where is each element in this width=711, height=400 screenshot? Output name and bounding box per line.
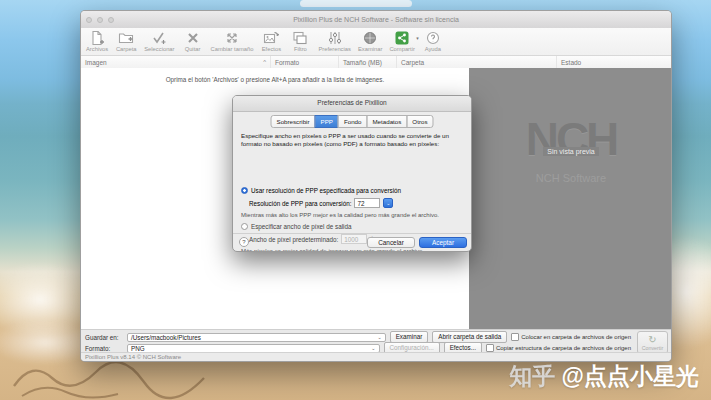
dpi-field-row: Resolución de PPP para conversión: 72 ⌄	[249, 198, 393, 208]
toolbar-button-examinar[interactable]: Examinar	[356, 30, 384, 52]
dpi-combo-button[interactable]: ⌄	[383, 198, 393, 208]
watermark-handle: @点点小星光	[562, 363, 699, 389]
toolbar-label: Preferencias	[318, 46, 351, 52]
watermark-brand: 知乎	[509, 363, 555, 389]
column-label: Carpeta	[401, 59, 424, 66]
toolbar-button-archivos[interactable]: Archivos	[84, 30, 110, 52]
filter-icon	[292, 30, 308, 46]
dpi-field-label: Resolución de PPP para conversión:	[249, 200, 351, 207]
toolbar-label: Examinar	[358, 46, 382, 52]
toolbar: Archivos Carpeta Seleccionar Quitar Camb…	[81, 28, 671, 56]
dialog-tabs: Sobrescribir PPP Fondo Metadatos Otros	[271, 115, 434, 128]
column-header-estado[interactable]: Estado	[557, 56, 671, 68]
toolbar-button-preferencias[interactable]: Preferencias	[316, 30, 353, 52]
save-in-label: Guardar en:	[85, 334, 123, 341]
use-dpi-radio-label: Usar resolución de PPP especificada para…	[251, 187, 401, 194]
toolbar-button-efectos[interactable]: Efectos	[258, 30, 284, 52]
column-header-tamano[interactable]: Tamaño (MB)	[339, 56, 397, 68]
same-folder-checkbox-row[interactable]: Colocar en carpeta de archivos de origen	[511, 333, 631, 341]
cloud	[300, 0, 412, 7]
preferences-dialog: Preferencias de Pixillion Sobrescribir P…	[232, 95, 472, 252]
pixel-width-radio-label: Especificar ancho de píxel de salida	[251, 223, 351, 230]
tab-ppp[interactable]: PPP	[315, 115, 339, 128]
column-label: Tamaño (MB)	[343, 59, 382, 66]
toolbar-button-ayuda[interactable]: Ayuda	[420, 30, 446, 52]
convert-button[interactable]: ↻ Convertir	[637, 331, 668, 354]
same-folder-checkbox[interactable]	[511, 333, 519, 341]
toolbar-label: Ayuda	[425, 46, 441, 52]
toolbar-label: Cambiar tamaño	[211, 46, 254, 52]
remove-icon	[185, 30, 201, 46]
toolbar-button-compartir[interactable]: ▾ Compartir	[387, 30, 416, 52]
select-icon	[151, 30, 167, 46]
format-value: PNG	[131, 345, 145, 352]
dialog-titlebar[interactable]: Preferencias de Pixillion	[233, 96, 471, 112]
copy-structure-checkbox[interactable]	[486, 344, 494, 352]
column-header-formato[interactable]: Formato	[271, 56, 339, 68]
toolbar-label: Archivos	[86, 46, 108, 52]
help-icon	[425, 30, 441, 46]
window-title: Pixillion Plus de NCH Software - Softwar…	[81, 16, 671, 23]
chevron-down-icon: ⌄	[371, 345, 375, 351]
accept-button[interactable]: Aceptar	[419, 237, 467, 248]
preferences-icon	[327, 30, 343, 46]
column-header-carpeta[interactable]: Carpeta	[397, 56, 557, 68]
cancel-button[interactable]: Cancelar	[367, 237, 415, 248]
toolbar-button-carpeta[interactable]: Carpeta	[113, 30, 139, 52]
share-icon	[394, 30, 410, 46]
save-path-combobox[interactable]: /Users/macbook/Pictures ⌄	[127, 333, 386, 342]
dpi-value-field[interactable]: 72	[354, 198, 380, 208]
toolbar-button-cambiar-tamano[interactable]: Cambiar tamaño	[209, 30, 256, 52]
toolbar-button-seleccionar[interactable]: Seleccionar	[142, 30, 176, 52]
toolbar-label: Quitar	[185, 46, 201, 52]
watermark: 知乎 @点点小星光	[509, 361, 699, 392]
no-preview-label: Sin vista previa	[469, 140, 672, 158]
toolbar-label: Carpeta	[116, 46, 137, 52]
browse-icon	[362, 30, 378, 46]
nch-software-caption: NCH Software	[469, 172, 672, 184]
chevron-down-icon: ⌄	[377, 334, 381, 340]
same-folder-checkbox-label: Colocar en carpeta de archivos de origen	[521, 334, 631, 340]
toolbar-button-filtro[interactable]: Filtro	[287, 30, 313, 52]
add-file-icon	[89, 30, 105, 46]
format-label: Formato:	[85, 345, 123, 352]
effects-icon	[263, 30, 279, 46]
convert-button-label: Convertir	[642, 345, 664, 351]
column-label: Estado	[561, 59, 581, 66]
dpi-help-text: Mientras más alto los PPP mejor es la ca…	[241, 212, 439, 218]
status-bar: Pixillion Plus v8.14 © NCH Software	[81, 352, 671, 361]
save-path-value: /Users/macbook/Pictures	[131, 334, 201, 341]
pixel-width-radio[interactable]	[241, 223, 248, 230]
use-dpi-radio-row[interactable]: Usar resolución de PPP especificada para…	[241, 187, 401, 194]
desktop: Pixillion Plus de NCH Software - Softwar…	[0, 0, 711, 400]
toolbar-label: Seleccionar	[144, 46, 174, 52]
convert-arrows-icon: ↻	[648, 335, 656, 345]
use-dpi-radio[interactable]	[241, 187, 248, 194]
window-titlebar[interactable]: Pixillion Plus de NCH Software - Softwar…	[81, 11, 671, 29]
dialog-body: Especifique ancho en píxeles o PPP a ser…	[241, 132, 463, 149]
dialog-title: Preferencias de Pixillion	[233, 99, 471, 106]
preview-pane: NCH Sin vista previa NCH Software	[469, 68, 672, 329]
empty-list-message: Oprima el botón 'Archivos' o presione Al…	[81, 76, 469, 83]
column-label: Imagen	[85, 59, 107, 66]
column-header-imagen[interactable]: Imagen ^	[81, 56, 271, 68]
column-label: Formato	[275, 59, 299, 66]
toolbar-label: Filtro	[294, 46, 307, 52]
copy-structure-checkbox-label: Copiar estructura de carpeta de archivos…	[496, 345, 631, 351]
sort-indicator: ^	[263, 59, 266, 65]
toolbar-label: Efectos	[262, 46, 281, 52]
dialog-footer: ? Cancelar Aceptar	[233, 233, 471, 251]
tab-otros[interactable]: Otros	[406, 115, 433, 128]
toolbar-button-quitar[interactable]: Quitar	[180, 30, 206, 52]
pixel-width-radio-row[interactable]: Especificar ancho de píxel de salida	[241, 223, 351, 230]
copy-structure-checkbox-row[interactable]: Copiar estructura de carpeta de archivos…	[486, 344, 631, 352]
tab-sobrescribir[interactable]: Sobrescribir	[271, 115, 316, 128]
tab-fondo[interactable]: Fondo	[338, 115, 368, 128]
dialog-help-button[interactable]: ?	[239, 237, 249, 247]
toolbar-label: Compartir	[389, 46, 414, 52]
add-folder-icon	[118, 30, 134, 46]
dpi-intro-text: Especifique ancho en píxeles o PPP a ser…	[241, 132, 463, 149]
resize-icon	[224, 30, 240, 46]
share-dropdown-caret-icon[interactable]: ▾	[416, 35, 419, 41]
tab-metadatos[interactable]: Metadatos	[366, 115, 407, 128]
